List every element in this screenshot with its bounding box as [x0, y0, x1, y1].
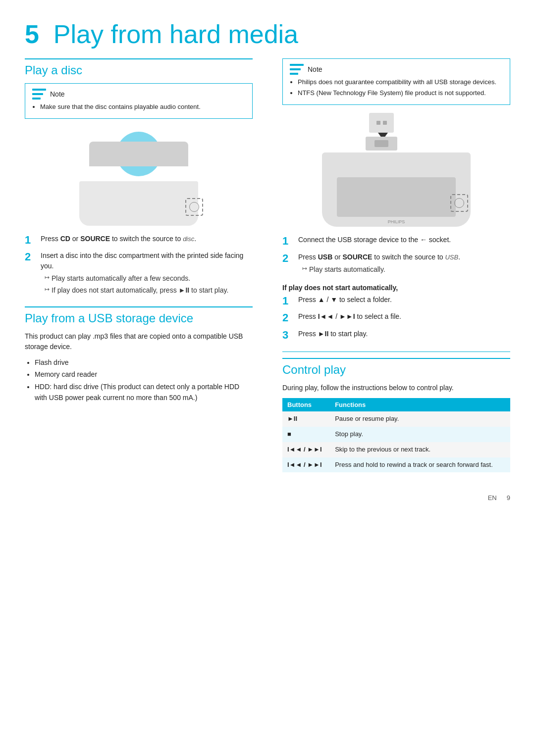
- btn-rewind: I◄◄ / ►►I: [282, 457, 330, 473]
- col-functions: Functions: [330, 398, 510, 411]
- play-disc-steps: 1 Press CD or SOURCE to switch the sourc…: [25, 234, 253, 297]
- kbd-cd: CD: [60, 235, 70, 243]
- cd-remote-circle: [189, 202, 199, 212]
- play-usb-section: Play from a USB storage device This prod…: [25, 306, 253, 403]
- control-play-section: Control play During play, follow the ins…: [282, 352, 510, 472]
- fn-skip: Skip to the previous or next track.: [330, 442, 510, 457]
- play-disc-note: Note Make sure that the disc contains pl…: [25, 83, 253, 119]
- manual-step-2: 2 Press I◄◄ / ►►I to select a file.: [282, 311, 510, 324]
- right-column: Note Philips does not guarantee compatib…: [277, 58, 510, 483]
- speaker-grille: [337, 177, 456, 217]
- play-usb-heading: Play from a USB storage device: [25, 306, 253, 325]
- step-1-disc: 1 Press CD or SOURCE to switch the sourc…: [25, 234, 253, 247]
- usb-steps-list: 1 Connect the USB storage device to the …: [282, 235, 510, 276]
- manual-step-3: 3 Press ►II to start play.: [282, 329, 510, 342]
- usb-device-list: Flash drive Memory card reader HDD: hard…: [25, 357, 253, 403]
- note-header: Note: [32, 89, 245, 100]
- kbd-source: SOURCE: [80, 235, 110, 243]
- btn-play-pause: ►II: [282, 411, 330, 427]
- speaker-body: PHILIPS: [322, 152, 471, 227]
- note-list: Make sure that the disc contains playabl…: [32, 102, 245, 111]
- if-not-auto-section: If play does not start automatically, 1 …: [282, 284, 510, 342]
- cd-remote-dashed: [185, 198, 203, 216]
- note-item: Make sure that the disc contains playabl…: [40, 102, 245, 111]
- table-row: I◄◄ / ►►I Skip to the previous or next t…: [282, 442, 510, 457]
- right-note-header: Note: [290, 64, 503, 75]
- table-head: Buttons Functions: [282, 398, 510, 411]
- table-row: ►II Pause or resume play.: [282, 411, 510, 427]
- right-note-item-0: Philips does not guarantee compatibility…: [298, 78, 503, 87]
- cd-player-illustration: [25, 127, 253, 226]
- note-label: Note: [50, 90, 65, 98]
- if-not-auto-steps: 1 Press ▲ / ▼ to select a folder. 2 Pres…: [282, 295, 510, 342]
- col-buttons: Buttons: [282, 398, 330, 411]
- fn-play-pause: Pause or resume play.: [330, 411, 510, 427]
- btn-skip: I◄◄ / ►►I: [282, 442, 330, 457]
- table-header-row: Buttons Functions: [282, 398, 510, 411]
- table-row: ■ Stop play.: [282, 427, 510, 442]
- usb-speaker-illustration: PHILIPS: [282, 113, 510, 227]
- note-icon: [32, 89, 46, 100]
- step-2-sub-1: Play starts automatically after a few se…: [45, 273, 253, 283]
- chapter-number: 5: [25, 20, 39, 49]
- right-note-item-1: NTFS (New Technology File System) file p…: [298, 89, 503, 98]
- usb-port: [374, 140, 388, 147]
- right-note-label: Note: [308, 65, 322, 73]
- chapter-title: 5 Play from hard media: [25, 20, 510, 50]
- chapter-title-text: Play from hard media: [54, 20, 298, 49]
- usb-item-1: Memory card reader: [35, 369, 253, 380]
- page-lang: EN: [488, 494, 497, 502]
- control-play-description: During play, follow the instructions bel…: [282, 383, 510, 393]
- speaker-dot-1: [376, 121, 380, 125]
- step-2-disc: 2 Insert a disc into the disc compartmen…: [25, 251, 253, 297]
- section-divider: [282, 352, 510, 352]
- usb-item-2: HDD: hard disc drive (This product can d…: [35, 381, 253, 403]
- control-play-heading: Control play: [282, 358, 510, 377]
- btn-stop: ■: [282, 427, 330, 442]
- fn-stop: Stop play.: [330, 427, 510, 442]
- usb-speaker-diagram: PHILIPS: [322, 113, 471, 227]
- right-note-icon: [290, 64, 304, 75]
- usb-remote-circle: [454, 198, 464, 208]
- cd-player-diagram: [69, 127, 208, 226]
- kbd-usb: USB: [318, 253, 333, 261]
- step-2-sub: Play starts automatically after a few se…: [41, 273, 253, 295]
- speaker-brand: PHILIPS: [388, 219, 405, 224]
- play-usb-description: This product can play .mp3 files that ar…: [25, 331, 253, 352]
- right-note-list: Philips does not guarantee compatibility…: [290, 78, 503, 98]
- usb-step-1: 1 Connect the USB storage device to the …: [282, 235, 510, 248]
- play-disc-section: Play a disc Note Make sure that the disc…: [25, 58, 253, 297]
- table-body: ►II Pause or resume play. ■ Stop play. I…: [282, 411, 510, 472]
- table-row: I◄◄ / ►►I Press and hold to rewind a tra…: [282, 457, 510, 473]
- left-column: Play a disc Note Make sure that the disc…: [25, 58, 258, 483]
- usb-step-2-sub: Play starts automatically.: [298, 264, 510, 274]
- cd-player-top: [89, 142, 188, 166]
- right-note-box: Note Philips does not guarantee compatib…: [282, 58, 510, 105]
- usb-remote-dashed: [450, 194, 468, 212]
- step-2-sub-2: If play does not start automatically, pr…: [45, 285, 253, 295]
- speaker-top-box: [369, 113, 394, 133]
- fn-rewind: Press and hold to rewind a track or sear…: [330, 457, 510, 473]
- speaker-dot-2: [383, 121, 387, 125]
- usb-step-2: 2 Press USB or SOURCE to switch the sour…: [282, 252, 510, 276]
- manual-step-1: 1 Press ▲ / ▼ to select a folder.: [282, 295, 510, 307]
- usb-port-area: [366, 137, 397, 151]
- control-play-table: Buttons Functions ►II Pause or resume pl…: [282, 398, 510, 472]
- if-not-auto-heading: If play does not start automatically,: [282, 284, 510, 292]
- page-number: 9: [507, 494, 510, 502]
- play-disc-heading: Play a disc: [25, 58, 253, 77]
- cd-player-body: [79, 181, 198, 226]
- kbd-source-usb: SOURCE: [342, 253, 372, 261]
- usb-item-0: Flash drive: [35, 357, 253, 368]
- usb-step-2-sub-1: Play starts automatically.: [302, 264, 510, 274]
- page-footer: EN 9: [25, 494, 510, 502]
